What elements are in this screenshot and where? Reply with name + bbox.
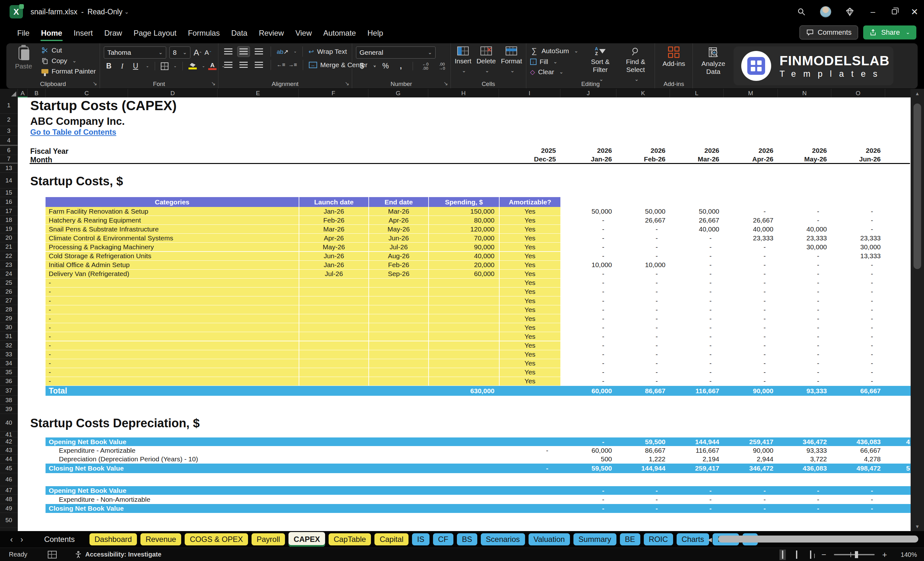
- amortizable-cell[interactable]: Yes: [499, 350, 560, 359]
- month-value-cell[interactable]: -: [778, 270, 831, 278]
- month-value-cell[interactable]: -: [831, 341, 885, 350]
- month-value-cell[interactable]: -: [670, 332, 724, 340]
- month-value-cell[interactable]: -: [831, 225, 885, 233]
- depreciation-month-value[interactable]: -: [724, 504, 778, 513]
- depreciation-month-value[interactable]: 144,944: [670, 438, 724, 446]
- total-month-value[interactable]: 60,000: [560, 386, 616, 396]
- launch-date-cell[interactable]: [298, 314, 368, 323]
- total-month-value[interactable]: 90,000: [724, 386, 778, 396]
- depreciation-month-value[interactable]: 66,667: [831, 446, 885, 454]
- month-value-cell[interactable]: -: [670, 341, 724, 350]
- depreciation-label[interactable]: Opening Net Book Value: [45, 486, 307, 495]
- depreciation-month-value[interactable]: -: [560, 504, 616, 513]
- normal-view-button[interactable]: [780, 549, 786, 560]
- depreciation-month-value[interactable]: 498,472: [831, 464, 885, 473]
- amortizable-cell[interactable]: Yes: [499, 288, 560, 296]
- launch-date-cell[interactable]: [298, 377, 368, 386]
- month-value-cell[interactable]: -: [560, 216, 616, 225]
- month-value-cell[interactable]: -: [560, 314, 616, 323]
- month-value-cell[interactable]: -: [616, 332, 670, 340]
- month-value-cell[interactable]: -: [560, 243, 616, 251]
- horizontal-scrollbar-thumb[interactable]: [718, 536, 918, 543]
- spending-cell[interactable]: [428, 296, 499, 305]
- next-sheet-icon[interactable]: ›: [16, 535, 27, 544]
- end-date-cell[interactable]: [368, 314, 428, 323]
- month-value-cell[interactable]: -: [724, 305, 778, 314]
- month-value-cell[interactable]: 23,333: [831, 234, 885, 242]
- spending-cell[interactable]: 90,000: [428, 243, 499, 251]
- category-cell[interactable]: Processing & Packaging Machinery: [45, 243, 298, 251]
- month-value-cell[interactable]: -: [670, 305, 724, 314]
- depreciation-month-value[interactable]: -: [616, 504, 670, 513]
- end-date-cell[interactable]: [368, 288, 428, 296]
- month-value-cell[interactable]: 40,000: [724, 225, 778, 233]
- amortizable-cell[interactable]: Yes: [499, 216, 560, 225]
- month-value-cell[interactable]: -: [778, 377, 831, 386]
- launch-date-cell[interactable]: Apr-26: [298, 234, 368, 242]
- end-date-cell[interactable]: Jul-26: [368, 243, 428, 251]
- category-cell[interactable]: -: [45, 314, 298, 323]
- month-value-cell[interactable]: 30,000: [831, 243, 885, 251]
- fiscal-month-value[interactable]: Jun-26: [831, 155, 885, 164]
- depreciation-month-value[interactable]: 500: [560, 454, 616, 464]
- month-value-cell[interactable]: -: [670, 288, 724, 296]
- depreciation-month-value[interactable]: 346,472: [778, 438, 831, 446]
- launch-date-cell[interactable]: Mar-26: [298, 225, 368, 233]
- depreciation-month-value[interactable]: 436,083: [778, 464, 831, 473]
- category-cell[interactable]: Cold Storage & Refrigeration Units: [45, 252, 298, 261]
- month-value-cell[interactable]: -: [670, 377, 724, 386]
- depreciation-month-value[interactable]: 93,333: [778, 446, 831, 454]
- launch-date-cell[interactable]: [298, 296, 368, 305]
- month-value-cell[interactable]: 23,333: [778, 234, 831, 242]
- fiscal-month-value[interactable]: Apr-26: [724, 155, 778, 164]
- month-value-cell[interactable]: -: [670, 314, 724, 323]
- launch-date-cell[interactable]: [298, 368, 368, 376]
- depreciation-month-value[interactable]: 116,667: [670, 446, 724, 454]
- spending-cell[interactable]: [428, 288, 499, 296]
- month-value-cell[interactable]: -: [724, 270, 778, 278]
- launch-date-cell[interactable]: Jul-26: [298, 270, 368, 278]
- amortizable-cell[interactable]: Yes: [499, 314, 560, 323]
- depreciation-month-value[interactable]: 86,667: [616, 446, 670, 454]
- depreciation-month-value[interactable]: -: [670, 504, 724, 513]
- category-cell[interactable]: -: [45, 305, 298, 314]
- month-value-cell[interactable]: 30,000: [778, 243, 831, 251]
- depreciation-month-value[interactable]: 2,944: [724, 454, 778, 464]
- month-value-cell[interactable]: 26,667: [616, 216, 670, 225]
- depreciation-month-value[interactable]: -: [670, 486, 724, 495]
- month-value-cell[interactable]: -: [560, 341, 616, 350]
- amortizable-cell[interactable]: Yes: [499, 234, 560, 242]
- end-date-cell[interactable]: [368, 341, 428, 350]
- end-date-cell[interactable]: [368, 368, 428, 376]
- end-date-cell[interactable]: [368, 350, 428, 359]
- month-value-cell[interactable]: -: [778, 368, 831, 376]
- zoom-slider-thumb[interactable]: [855, 551, 858, 558]
- month-value-cell[interactable]: -: [560, 252, 616, 261]
- spending-cell[interactable]: 120,000: [428, 225, 499, 233]
- sheet-tab-charts[interactable]: Charts: [676, 533, 710, 545]
- depreciation-month-value[interactable]: 60,000: [560, 446, 616, 454]
- end-date-cell[interactable]: [368, 377, 428, 386]
- amortizable-cell[interactable]: Yes: [499, 296, 560, 305]
- sheet-tab-capital[interactable]: Capital: [375, 533, 408, 545]
- launch-date-cell[interactable]: Jun-26: [298, 252, 368, 261]
- end-date-cell[interactable]: [368, 279, 428, 287]
- month-value-cell[interactable]: 40,000: [778, 225, 831, 233]
- month-value-cell[interactable]: -: [778, 332, 831, 340]
- depreciation-month-value[interactable]: 1,222: [616, 454, 670, 464]
- month-value-cell[interactable]: -: [616, 296, 670, 305]
- amortizable-cell[interactable]: Yes: [499, 279, 560, 287]
- month-value-cell[interactable]: -: [616, 288, 670, 296]
- depreciation-month-value[interactable]: 90,000: [724, 446, 778, 454]
- month-value-cell[interactable]: -: [831, 296, 885, 305]
- sheet-tab-cogs-opex[interactable]: COGS & OPEX: [184, 533, 248, 545]
- total-month-value[interactable]: 66,667: [831, 386, 885, 396]
- sheet-tab-scenarios[interactable]: Scenarios: [481, 533, 525, 545]
- depreciation-label[interactable]: Closing Net Book Value: [45, 464, 307, 473]
- depreciation-label[interactable]: Closing Net Book Value: [45, 504, 307, 513]
- depreciation-month-value[interactable]: 3,722: [778, 454, 831, 464]
- depreciation-label[interactable]: Depreciation (Depreciation Period (Years…: [45, 454, 307, 464]
- spending-cell[interactable]: [428, 323, 499, 332]
- month-value-cell[interactable]: 26,667: [670, 216, 724, 225]
- month-value-cell[interactable]: 10,000: [616, 261, 670, 269]
